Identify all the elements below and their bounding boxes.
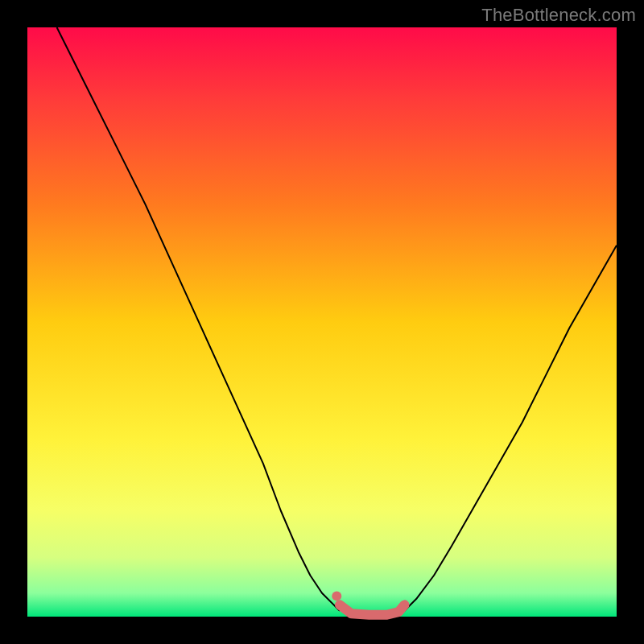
valley-start-dot (332, 591, 341, 601)
bottleneck-chart (0, 0, 644, 644)
watermark-text: TheBottleneck.com (481, 5, 636, 26)
chart-stage: TheBottleneck.com (0, 0, 644, 644)
plot-background (27, 27, 617, 617)
